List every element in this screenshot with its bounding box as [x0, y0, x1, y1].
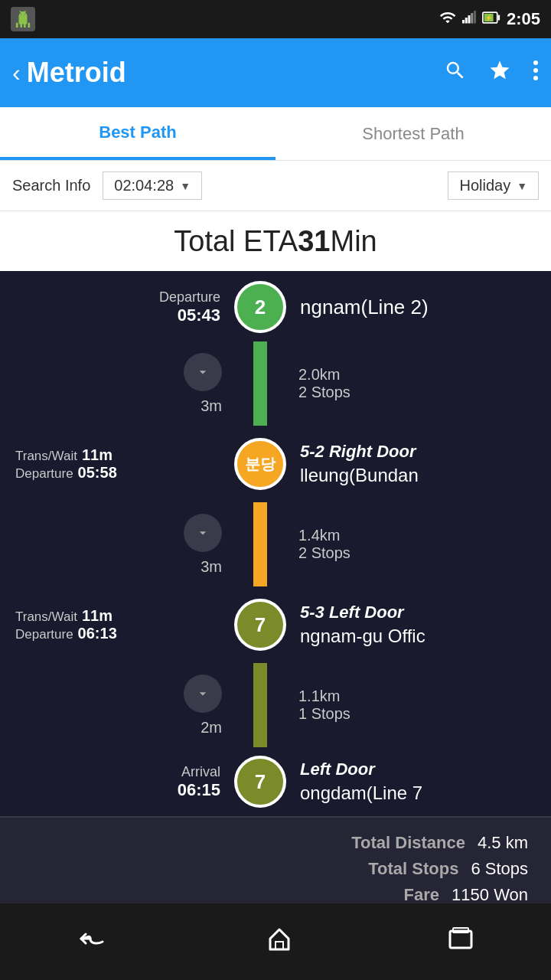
eta-prefix: Total ETA — [174, 225, 298, 258]
trans-wait-label-2: Trans/Wait — [15, 609, 77, 625]
search-time-selector[interactable]: 02:04:28 ▼ — [103, 172, 202, 200]
total-distance-label: Total Distance — [351, 833, 465, 853]
segment-3-row: 2m 1.1km 1 Stops — [0, 663, 551, 747]
search-button[interactable] — [444, 59, 467, 87]
departure-time-info: Departure 05:43 — [0, 289, 230, 325]
nav-back-button[interactable] — [75, 923, 113, 960]
total-stops-value: 6 Stops — [471, 859, 528, 879]
segment-1-row: 3m 2.0km 2 Stops — [0, 341, 551, 426]
arrival-label: Arrival — [181, 764, 220, 780]
segment-3-expand-button[interactable] — [184, 675, 222, 713]
tabs: Best Path Shortest Path — [0, 107, 551, 161]
app-bar-left: ‹ Metroid — [12, 57, 126, 89]
daytype-dropdown-arrow: ▼ — [517, 180, 527, 192]
arrival-station-name: ongdam(Line 7 — [300, 782, 551, 804]
transfer-2-door-info: 5-3 Left Door — [300, 603, 551, 622]
total-distance-row: Total Distance 4.5 km — [23, 833, 528, 853]
svg-rect-0 — [462, 20, 465, 24]
svg-rect-1 — [465, 18, 468, 24]
time-dropdown-arrow: ▼ — [180, 180, 191, 192]
transfer-1-station-circle: 분당 — [234, 438, 286, 490]
svg-rect-13 — [450, 931, 471, 948]
segment-1-expand-button[interactable] — [184, 353, 222, 391]
segment-2-expand-button[interactable] — [184, 514, 222, 552]
favorites-button[interactable] — [488, 59, 511, 87]
arrival-time-info: Arrival 06:15 — [0, 764, 230, 800]
svg-rect-7 — [498, 15, 500, 20]
svg-point-9 — [533, 60, 538, 65]
segment-1-distance: 2.0km — [298, 366, 551, 384]
segment-3-distance: 1.1km — [298, 688, 551, 705]
transfer-1-row: Trans/Wait 11m Departure 05:58 분당 5-2 Ri… — [0, 426, 551, 502]
search-daytype-selector[interactable]: Holiday ▼ — [448, 172, 539, 200]
fare-row: Fare 1150 Won — [23, 885, 528, 905]
dep-time-1: 05:58 — [78, 464, 117, 482]
transfer-1-time-info: Trans/Wait 11m Departure 05:58 — [0, 446, 230, 482]
status-time: 2:05 — [507, 9, 540, 29]
svg-rect-4 — [474, 11, 476, 24]
segment-1-left: 3m — [0, 341, 230, 426]
segment-3-left: 2m — [0, 663, 230, 747]
transfer-1-station-info: 5-2 Right Door lleung(Bundan — [291, 442, 551, 486]
transfer-1-station-name: lleung(Bundan — [300, 465, 551, 486]
search-daytype-value: Holiday — [459, 177, 510, 194]
departure-label: Departure — [159, 289, 220, 305]
segment-2-row: 3m 1.4km 2 Stops — [0, 502, 551, 586]
segment-2-stops: 2 Stops — [298, 544, 551, 562]
wifi-icon — [439, 9, 456, 30]
status-bar: ⚡ 2:05 — [0, 0, 551, 38]
segment-2-center — [230, 502, 291, 586]
dep-time-2: 06:13 — [78, 625, 117, 642]
segment-3-line — [253, 663, 267, 747]
trans-wait-label-1: Trans/Wait — [15, 449, 77, 464]
departure-time: 05:43 — [178, 305, 220, 325]
eta-suffix: Min — [330, 225, 377, 258]
svg-rect-2 — [468, 15, 470, 24]
departure-station-center: 2 — [230, 281, 291, 333]
search-info-bar: Search Info 02:04:28 ▼ Holiday ▼ — [0, 161, 551, 211]
transfer-2-station-name: ngnam-gu Offic — [300, 626, 551, 647]
segment-2-left: 3m — [0, 502, 230, 586]
svg-text:⚡: ⚡ — [485, 14, 493, 21]
search-info-label: Search Info — [12, 177, 90, 194]
transfer-2-row: Trans/Wait 11m Departure 06:13 7 5-3 Lef… — [0, 586, 551, 663]
nav-bar — [0, 903, 551, 980]
total-stops-label: Total Stops — [368, 859, 458, 879]
departure-row: Departure 05:43 2 ngnam(Line 2) — [0, 273, 551, 341]
app-bar-actions — [444, 59, 539, 87]
svg-point-11 — [533, 76, 538, 80]
arrival-door-info: Left Door — [300, 760, 551, 779]
transfer-2-station-info: 5-3 Left Door ngnam-gu Offic — [291, 603, 551, 647]
nav-home-button[interactable] — [264, 923, 295, 960]
transfer-1-door-info: 5-2 Right Door — [300, 442, 551, 462]
nav-recent-button[interactable] — [445, 923, 476, 960]
arrival-station-center: 7 — [230, 756, 291, 808]
battery-icon: ⚡ — [482, 9, 500, 30]
transfer-2-station-circle: 7 — [234, 599, 286, 651]
departure-station-name: ngnam(Line 2) — [300, 296, 429, 318]
back-button[interactable]: ‹ — [12, 59, 21, 87]
tab-shortest-path[interactable]: Shortest Path — [276, 107, 551, 160]
segment-2-right: 1.4km 2 Stops — [291, 502, 551, 586]
segment-2-line — [253, 502, 267, 586]
tab-best-path[interactable]: Best Path — [0, 107, 276, 160]
eta-value: 31 — [298, 225, 330, 258]
segment-2-duration: 3m — [201, 558, 222, 576]
trans-wait-time-2: 11m — [82, 607, 112, 625]
arrival-time: 06:15 — [178, 780, 220, 800]
eta-banner: Total ETA 31Min — [0, 211, 551, 273]
arrival-row: Arrival 06:15 7 Left Door ongdam(Line 7 — [0, 747, 551, 816]
total-stops-row: Total Stops 6 Stops — [23, 859, 528, 879]
segment-3-duration: 2m — [201, 719, 222, 737]
segment-1-duration: 3m — [201, 397, 222, 415]
signal-icon — [462, 9, 476, 30]
search-time-value: 02:04:28 — [114, 177, 174, 194]
dep-label-2: Departure — [15, 627, 73, 642]
more-menu-button[interactable] — [533, 59, 539, 87]
status-bar-right: ⚡ 2:05 — [439, 9, 540, 30]
svg-rect-3 — [471, 13, 473, 24]
app-title: Metroid — [27, 57, 126, 89]
android-icon — [11, 7, 35, 31]
total-distance-value: 4.5 km — [478, 833, 528, 853]
departure-station-info: ngnam(Line 2) — [291, 296, 551, 319]
